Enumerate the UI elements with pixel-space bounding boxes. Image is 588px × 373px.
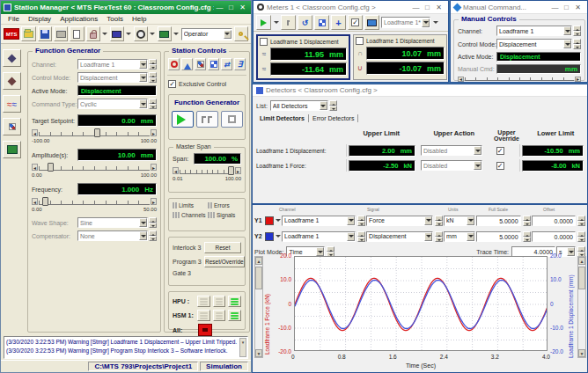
meters-button[interactable]	[134, 26, 148, 41]
display-dropdown[interactable]	[126, 26, 132, 41]
mc-control-mode-spinner[interactable]	[573, 39, 581, 49]
frequency-slider[interactable]: ◂ ▸	[32, 197, 157, 207]
meters-dropdown[interactable]	[150, 26, 156, 41]
all-stop-button[interactable]	[198, 324, 212, 336]
tab-limit-detectors[interactable]: Limit Detectors	[256, 114, 309, 122]
channel-extra-dropdown[interactable]	[432, 15, 438, 30]
signal-auto-offset-button[interactable]	[181, 58, 193, 70]
scroll-down-icon[interactable]: ▼	[578, 349, 585, 357]
y1-channel-spinner[interactable]	[357, 216, 365, 226]
channel-select[interactable]: Loadframe 1	[77, 59, 148, 69]
chevron-down-icon[interactable]	[567, 247, 575, 256]
station-signals-button[interactable]	[208, 58, 219, 70]
chevron-down-icon[interactable]	[424, 216, 432, 225]
meters-run-button[interactable]	[256, 15, 271, 30]
wave-shape-select[interactable]: Sine	[77, 217, 148, 228]
print-preview-button[interactable]	[70, 26, 84, 41]
compensator-spinner[interactable]	[149, 230, 157, 241]
hpu-off-button[interactable]	[197, 296, 210, 307]
eject-button[interactable]: ∃	[234, 58, 246, 70]
key-button[interactable]	[234, 26, 248, 41]
errors-indicator[interactable]: Errors	[208, 202, 241, 208]
meters-reset-button[interactable]: ↺	[298, 15, 312, 30]
upper-action-select[interactable]: Disabled	[421, 160, 482, 171]
chevron-down-icon[interactable]	[139, 231, 147, 240]
chevron-down-icon[interactable]	[563, 40, 571, 48]
interlock-reset-button[interactable]: Reset	[204, 242, 241, 253]
slider-right-arrow[interactable]: ▸	[235, 167, 241, 174]
stop-button[interactable]	[221, 111, 243, 128]
detectors-nav-button[interactable]	[3, 118, 21, 135]
hold-button[interactable]	[196, 111, 218, 128]
meters-channel-select[interactable]: Loadframe 1*	[381, 17, 430, 28]
chevron-down-icon[interactable]	[474, 161, 481, 170]
hsm-low-button[interactable]	[213, 310, 226, 321]
channel-spinner[interactable]	[149, 59, 157, 69]
chevron-down-icon[interactable]	[467, 216, 474, 225]
station-setup-button[interactable]	[168, 58, 180, 70]
select-meters-button[interactable]	[348, 15, 363, 30]
y1-signal-spinner[interactable]	[435, 216, 443, 226]
chevron-down-icon[interactable]	[139, 60, 147, 69]
menu-tools[interactable]: Tools	[103, 15, 127, 23]
chevron-down-icon[interactable]	[474, 146, 481, 155]
mts-logo-button[interactable]: MTS	[4, 28, 19, 40]
scope-plot[interactable]	[294, 256, 548, 351]
detector-list-spinner[interactable]	[329, 100, 337, 111]
y1-signal-select[interactable]: Force	[366, 216, 433, 226]
close-icon[interactable]: ✕	[433, 2, 445, 13]
command-type-spinner[interactable]	[149, 99, 157, 109]
chevron-down-icon[interactable]	[224, 30, 232, 39]
slider-thumb[interactable]	[42, 197, 48, 206]
channels-indicator[interactable]: Channels	[173, 212, 206, 218]
slider-thumb[interactable]	[48, 163, 54, 172]
hsm-high-button[interactable]	[228, 310, 241, 321]
y2-scale-spinner[interactable]	[523, 231, 531, 242]
meters-titlebar[interactable]: Meters 1 < Classroom Config.cfg > —□✕	[254, 1, 448, 14]
meter-panel-2[interactable]: Loadframe 1 Displacement ∩10.07mm ∪-10.0…	[353, 34, 447, 80]
access-level-select[interactable]: Operator	[181, 28, 232, 40]
tab-error-detectors[interactable]: Error Detectors	[309, 114, 358, 122]
exclusive-control-checkbox[interactable]	[168, 80, 176, 88]
slider-thumb[interactable]	[228, 166, 234, 175]
wave-shape-spinner[interactable]	[149, 217, 157, 228]
detectors-titlebar[interactable]: Detectors < Classroom Config.cfg >	[253, 84, 587, 97]
display-button[interactable]	[110, 26, 124, 41]
y2-signal-select[interactable]: Displacement	[366, 231, 433, 242]
scroll-down-icon[interactable]: ▼	[255, 349, 262, 357]
y2-signal-spinner[interactable]	[435, 231, 443, 242]
io-button[interactable]: ⇄	[221, 58, 232, 70]
compensator-select[interactable]: None	[77, 230, 148, 241]
menu-help[interactable]: Help	[129, 15, 150, 23]
y2-channel-select[interactable]: Loadframe 1	[282, 231, 356, 242]
add-meter-button[interactable]: +	[331, 15, 346, 30]
meters-hold-button[interactable]	[281, 15, 296, 30]
scroll-thumb[interactable]	[578, 267, 585, 289]
slider-right-arrow[interactable]: ▸	[151, 129, 157, 136]
function-generator-nav-button[interactable]	[3, 49, 21, 67]
signal-nav-button[interactable]: ≈≈	[3, 95, 21, 113]
scope-button[interactable]	[158, 26, 172, 41]
close-icon[interactable]: ✕	[237, 2, 248, 13]
maximize-icon[interactable]: □	[561, 2, 572, 13]
manual-command-nav-button[interactable]	[3, 72, 21, 90]
save-button[interactable]	[38, 26, 52, 41]
upper-override-checkbox[interactable]	[496, 162, 504, 170]
detector-list-select[interactable]: All Detectors	[270, 100, 328, 111]
y2-offset-spinner[interactable]	[577, 231, 585, 242]
hsm-off-button[interactable]	[197, 310, 210, 321]
scope-dropdown[interactable]	[173, 26, 180, 41]
manual-command-titlebar[interactable]: Manual Command... —□✕	[451, 1, 587, 14]
operators-button[interactable]	[195, 58, 206, 70]
left-scale-scrollbar[interactable]: ▲▼	[254, 256, 263, 358]
target-setpoint-slider[interactable]: ◂ ▸	[32, 128, 157, 138]
scroll-thumb[interactable]	[255, 267, 262, 289]
run-button[interactable]	[172, 111, 194, 128]
y2-channel-spinner[interactable]	[357, 231, 365, 242]
color-dropdown[interactable]	[275, 229, 281, 244]
y2-scale-input[interactable]: 5.0000	[476, 231, 520, 242]
control-mode-select[interactable]: Displacement	[77, 72, 148, 83]
y1-color-swatch[interactable]	[265, 216, 275, 225]
command-type-select[interactable]: Cyclic	[77, 99, 148, 109]
signals-indicator[interactable]: Signals	[208, 212, 241, 218]
